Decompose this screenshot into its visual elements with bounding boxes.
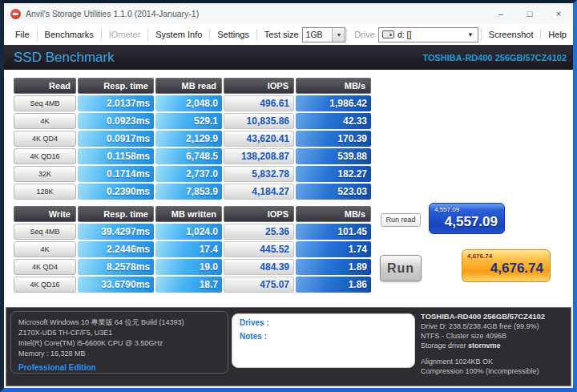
footer-panel: Microsoft Windows 10 專業版 64 位元 Build (14… [6, 307, 571, 386]
total-score-small: 4,676.74 [467, 253, 492, 260]
menu-bar: File Benchmarks IOmeter System Info Sett… [4, 24, 573, 45]
resp-time-value: 0.1714ms [78, 166, 154, 182]
mb-written-value: 17.4 [155, 241, 222, 257]
iops-value: 138,208.87 [224, 148, 294, 164]
mbs-value: 1,986.42 [296, 95, 371, 111]
alignment-line: Alignment 1024KB OK [421, 357, 545, 366]
mb-written-header: MB written [155, 206, 222, 222]
run-read-button[interactable]: Run read [381, 213, 421, 227]
drive-select[interactable]: d: [] ▼ [378, 27, 478, 42]
menu-settings[interactable]: Settings [211, 30, 256, 39]
mbs-value: 101.45 [296, 224, 371, 240]
row-label: 32K [14, 166, 76, 182]
chevron-down-icon[interactable]: ▼ [332, 28, 345, 42]
window-title: Anvil's Storage Utilities 1.1.0 (2014-Ja… [26, 9, 199, 18]
menu-benchmarks[interactable]: Benchmarks [38, 30, 100, 39]
memory-line: Memory : 16,328 MB [18, 349, 184, 359]
total-score-box: 4,676.74 4,676.74 [462, 249, 551, 282]
mbs-header: MB/s [296, 206, 371, 222]
read-score-box: 4,557.09 4,557.09 [429, 203, 505, 234]
menu-screenshot[interactable]: Screenshot [482, 30, 540, 39]
benchmark-banner: SSD Benchmark TOSHIBA-RD400 256GB/57CZ41… [4, 45, 573, 70]
menu-separator [101, 29, 102, 41]
row-label: 4K [14, 241, 76, 257]
menu-separator [37, 29, 38, 41]
device-name: TOSHIBA-RD400 256GB/57CZ4102 [422, 53, 573, 63]
mb-read-value: 7,853.9 [155, 184, 222, 200]
iops-header: IOPS [224, 78, 294, 94]
menu-help[interactable]: Help [542, 30, 573, 39]
menu-separator [540, 29, 541, 41]
iops-value: 445.52 [224, 241, 294, 257]
mbs-header: MB/s [296, 78, 371, 94]
menu-file[interactable]: File [9, 30, 36, 39]
drive-capacity-line: Drive D: 238.5/238.4GB free (99.9%) [421, 321, 545, 331]
resp-time-value: 0.0917ms [78, 131, 154, 147]
resp-time-header: Resp. time [78, 78, 154, 94]
drive-value: d: [] [394, 30, 467, 39]
edition-label: Professional Edition [18, 363, 96, 372]
drives-label: Drives : [240, 318, 269, 327]
mb-read-value: 6,748.5 [155, 148, 222, 164]
menu-system-info[interactable]: System Info [149, 30, 208, 39]
mb-written-value: 1,024.0 [155, 224, 222, 240]
mbs-value: 539.88 [296, 148, 371, 164]
test-size-value: 1GB [303, 30, 333, 39]
cpu-line: Intel(R) Core(TM) i5-6600K CPU @ 3.50GHz [18, 338, 184, 349]
mb-read-value: 2,048.0 [155, 95, 222, 111]
resp-time-value: 0.2390ms [78, 184, 154, 200]
mbs-value: 182.27 [296, 166, 371, 182]
minimize-button[interactable]: – [486, 3, 515, 24]
compression-line: Compression 100% (Incompressible) [421, 366, 545, 376]
row-label: 4K [14, 113, 76, 129]
test-size-select[interactable]: 1GB ▼ [302, 27, 346, 42]
mb-read-value: 2,129.9 [155, 131, 222, 147]
drive-info-title: TOSHIBA-RD400 256GB/57CZ4102 [421, 312, 545, 321]
row-label: 4K QD4 [14, 259, 76, 275]
resp-time-value: 2.2446ms [78, 241, 154, 257]
resp-time-value: 0.0923ms [78, 113, 154, 129]
storage-driver-value: stornvme [468, 341, 501, 350]
row-label: 4K QD16 [14, 148, 76, 164]
iops-value: 484.39 [224, 259, 294, 275]
notes-area[interactable]: Drives : Notes : [232, 313, 415, 368]
menu-separator [147, 29, 148, 41]
title-bar: Anvil's Storage Utilities 1.1.0 (2014-Ja… [4, 3, 573, 24]
resp-time-header: Resp. time [78, 206, 154, 222]
menu-separator [481, 29, 482, 41]
os-line: Microsoft Windows 10 專業版 64 位元 Build (14… [18, 317, 184, 328]
iops-value: 4,184.27 [224, 184, 294, 200]
read-table: Read Resp. time MB read IOPS MB/s Seq 4M… [14, 78, 371, 200]
mbs-value: 1.86 [296, 277, 371, 293]
app-window: Anvil's Storage Utilities 1.1.0 (2014-Ja… [0, 0, 577, 392]
resp-time-value: 0.1158ms [78, 148, 154, 164]
system-info-group: Microsoft Windows 10 專業版 64 位元 Build (14… [10, 311, 228, 374]
mbs-value: 170.39 [296, 131, 371, 147]
maximize-button[interactable]: □ [515, 3, 544, 24]
mb-read-value: 529.1 [155, 113, 222, 129]
resp-time-value: 39.4297ms [78, 224, 154, 240]
row-label: Seq 4MB [14, 224, 76, 240]
close-button[interactable]: × [544, 3, 573, 24]
iops-value: 10,835.86 [224, 113, 294, 129]
drive-icon [382, 30, 394, 38]
read-score-small: 4,557.09 [434, 206, 459, 213]
chevron-down-icon: ▼ [467, 31, 474, 38]
run-button[interactable]: Run [380, 255, 422, 281]
mbs-value: 1.89 [296, 259, 371, 275]
board-line: Z170X-UD5 TH-CF/F5, U3E1 [18, 328, 184, 338]
drive-label: Drive [348, 30, 378, 39]
read-score: 4,557.09 [445, 214, 498, 230]
app-icon [10, 9, 21, 19]
write-table: Write Resp. time MB written IOPS MB/s Se… [14, 206, 371, 293]
row-label: 4K QD4 [14, 131, 76, 147]
mbs-value: 523.03 [296, 184, 371, 200]
mbs-value: 1.74 [296, 241, 371, 257]
main-area: Read Resp. time MB read IOPS MB/s Seq 4M… [4, 70, 573, 307]
mb-read-value: 2,737.0 [155, 166, 222, 182]
write-header-cell: Write [14, 206, 76, 222]
row-label: Seq 4MB [14, 95, 76, 111]
row-label: 4K QD16 [14, 277, 76, 293]
iops-header: IOPS [224, 206, 294, 222]
mb-written-value: 19.0 [155, 259, 222, 275]
